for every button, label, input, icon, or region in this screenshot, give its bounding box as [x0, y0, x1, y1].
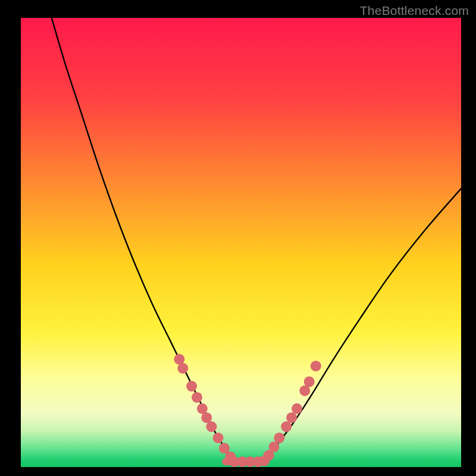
data-marker: [192, 392, 202, 403]
data-marker: [206, 421, 217, 432]
data-marker: [281, 421, 292, 432]
plot-background: [21, 18, 461, 467]
data-marker: [311, 361, 321, 371]
data-marker: [259, 455, 270, 466]
data-marker: [292, 403, 302, 414]
data-marker: [213, 433, 224, 443]
data-marker: [286, 412, 297, 423]
chart-stage: TheBottleneck.com: [0, 0, 476, 476]
watermark-text: TheBottleneck.com: [360, 4, 469, 18]
data-marker: [304, 377, 315, 387]
data-marker: [186, 381, 197, 392]
bottleneck-plot: [0, 0, 476, 476]
data-marker: [269, 441, 280, 452]
data-marker: [274, 433, 284, 443]
data-marker: [219, 443, 230, 453]
data-marker: [177, 363, 188, 374]
